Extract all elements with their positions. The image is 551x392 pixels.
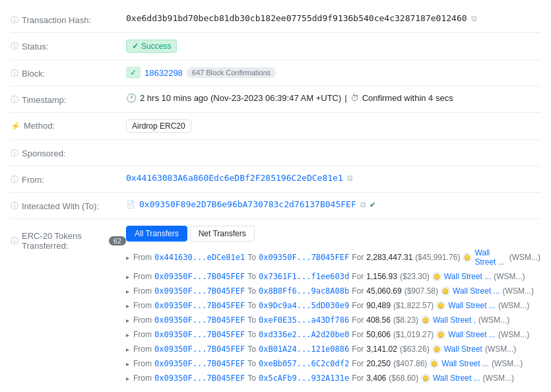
transfer-to-addr[interactable]: 0xd336e2...A2d20be0 bbox=[259, 330, 349, 339]
to-word: To bbox=[247, 253, 256, 262]
transfers-tabs: All Transfers Net Transfers bbox=[126, 226, 540, 242]
transfer-to-addr[interactable]: 0x7361F1...f1ee603d bbox=[259, 272, 349, 281]
block-value: 18632298 647 Block Confirmations bbox=[126, 67, 540, 79]
transfer-to-addr[interactable]: 0x5cAFb9...932A131e bbox=[259, 374, 349, 383]
transfer-from-addr[interactable]: 0x09350F...7B045FEF bbox=[154, 374, 245, 383]
transaction-hash-label: ⓘ Transaction Hash: bbox=[11, 13, 126, 26]
token-symbol: (WSM...) bbox=[492, 359, 523, 368]
block-number-link[interactable]: 18632298 bbox=[145, 68, 183, 78]
status-badge: Success bbox=[126, 40, 177, 53]
status-label: ⓘ Status: bbox=[11, 40, 126, 52]
timestamp-value: 🕐 2 hrs 10 mins ago (Nov-23-2023 06:39:4… bbox=[126, 93, 540, 103]
token-icon: 🪙 bbox=[421, 374, 430, 383]
token-name-link[interactable]: Wall Street ... bbox=[448, 301, 496, 310]
transfer-from-addr[interactable]: 0x09350F...7B045FEF bbox=[154, 315, 245, 325]
from-label: ⓘ From: bbox=[11, 173, 126, 185]
triangle-icon: ▸ bbox=[126, 288, 129, 295]
net-transfers-tab[interactable]: Net Transfers bbox=[190, 226, 255, 242]
block-check-badge bbox=[126, 67, 141, 79]
token-name-link[interactable]: Wall Street ... bbox=[474, 248, 506, 267]
to-word: To bbox=[247, 359, 256, 368]
for-word: For bbox=[352, 359, 364, 368]
token-name-link[interactable]: Wall Street bbox=[444, 344, 482, 354]
transfer-amount: 45,060.69 bbox=[366, 286, 401, 296]
lightning-icon: ⚡ bbox=[11, 121, 20, 131]
transfer-to-addr[interactable]: 0xeF0E35...a43Df786 bbox=[259, 315, 349, 325]
from-info-icon: ⓘ bbox=[11, 174, 18, 185]
token-name-link[interactable]: Wall Street ... bbox=[444, 272, 492, 281]
erc20-label: ⓘ ERC-20 Tokens Transferred: 62 bbox=[11, 226, 126, 251]
token-name-link[interactable]: Wall Street ... bbox=[433, 374, 480, 383]
from-word: From bbox=[133, 374, 152, 383]
copy-hash-icon[interactable]: ⧉ bbox=[471, 14, 477, 23]
sponsored-row: ⓘ Sponsored: bbox=[11, 140, 540, 166]
transfer-amount: 90,489 bbox=[366, 301, 391, 310]
all-transfers-tab[interactable]: All Transfers bbox=[126, 226, 187, 242]
copy-interact-icon[interactable]: ⧉ bbox=[360, 200, 366, 209]
interacted-info-icon: ⓘ bbox=[11, 201, 18, 212]
transfer-item: ▸ From 0x09350F...7B045FEF To 0xeF0E35..… bbox=[126, 314, 540, 326]
from-word: From bbox=[133, 315, 152, 325]
triangle-icon: ▸ bbox=[126, 331, 129, 339]
method-value: Airdrop ERC20 bbox=[126, 119, 540, 133]
erc20-content: All Transfers Net Transfers ▸ From 0x441… bbox=[126, 226, 540, 384]
transfer-usd: ($45,991.76) bbox=[415, 253, 460, 262]
transfer-from-addr[interactable]: 0x09350F...7B045FEF bbox=[154, 330, 245, 339]
token-symbol: (WSM...) bbox=[478, 315, 509, 325]
token-symbol: (WSM...) bbox=[498, 330, 529, 339]
transfer-item: ▸ From 0x09350F...7B045FEF To 0xeBb057..… bbox=[126, 358, 540, 370]
sponsored-label: ⓘ Sponsored: bbox=[11, 147, 126, 159]
token-name-link[interactable]: Wall Street ... bbox=[453, 286, 500, 296]
from-address-link[interactable]: 0x44163083A6a860Edc6eDBf2F285196C2eDCe81… bbox=[126, 173, 343, 183]
token-name-link[interactable]: Wall Street ... bbox=[448, 330, 496, 339]
transfer-from-addr[interactable]: 0x441630...eDCe81e1 bbox=[154, 253, 245, 262]
method-badge: Airdrop ERC20 bbox=[126, 119, 191, 133]
token-icon: 🪙 bbox=[432, 344, 441, 354]
token-icon: 🪙 bbox=[441, 286, 450, 296]
interacted-address-link[interactable]: 0x09350F89e2D7B6e96bA730783c2d76137B045F… bbox=[139, 199, 356, 209]
transfer-from-addr[interactable]: 0x09350F...7B045FEF bbox=[154, 359, 245, 368]
transfer-to-addr[interactable]: 0xB01A24...121e0886 bbox=[259, 344, 349, 354]
transfer-to-addr[interactable]: 0x09350F...7B045FEF bbox=[259, 253, 349, 262]
triangle-icon: ▸ bbox=[126, 360, 129, 368]
copy-from-icon[interactable]: ⧉ bbox=[347, 174, 353, 183]
erc20-count-badge: 62 bbox=[109, 236, 126, 245]
token-symbol: (WSM...) bbox=[483, 374, 514, 383]
interacted-with-label: ⓘ Interacted With (To): bbox=[11, 199, 126, 212]
to-word: To bbox=[247, 344, 256, 354]
transaction-hash-row: ⓘ Transaction Hash: 0xe6dd3b91bd70becb81… bbox=[11, 7, 540, 33]
transfer-item: ▸ From 0x09350F...7B045FEF To 0x8B8Ff6..… bbox=[126, 285, 540, 297]
token-name-link[interactable]: Wall Street , bbox=[433, 315, 476, 325]
transfer-usd: ($68.60) bbox=[389, 374, 418, 383]
transfer-usd: ($63.26) bbox=[400, 344, 430, 354]
interacted-with-value: 📄 0x09350F89e2D7B6e96bA730783c2d76137B04… bbox=[126, 199, 540, 209]
transfer-to-addr[interactable]: 0xeBb057...6C2c0df2 bbox=[259, 359, 349, 368]
token-symbol: (WSM...) bbox=[509, 253, 540, 262]
from-word: From bbox=[133, 286, 152, 296]
transfer-amount: 3,141.02 bbox=[366, 344, 397, 354]
transfer-to-addr[interactable]: 0x8B8Ff6...9ac8A08b bbox=[259, 286, 349, 296]
transfer-item: ▸ From 0x09350F...7B045FEF To 0xd336e2..… bbox=[126, 329, 540, 341]
transfer-amount: 3,406 bbox=[366, 374, 386, 383]
transfer-from-addr[interactable]: 0x09350F...7B045FEF bbox=[154, 272, 245, 281]
transfer-to-addr[interactable]: 0x9Dc9a4...5dD030e9 bbox=[259, 301, 349, 310]
timestamp-info-icon: ⓘ bbox=[11, 94, 18, 106]
token-symbol: (WSM...) bbox=[494, 272, 525, 281]
transfer-from-addr[interactable]: 0x09350F...7B045FEF bbox=[154, 344, 245, 354]
block-row: ⓘ Block: 18632298 647 Block Confirmation… bbox=[11, 60, 540, 86]
token-name-link[interactable]: Wall Street ... bbox=[441, 359, 489, 368]
triangle-icon: ▸ bbox=[126, 375, 129, 382]
transfer-from-addr[interactable]: 0x09350F...7B045FEF bbox=[154, 301, 245, 310]
for-word: For bbox=[352, 330, 364, 339]
for-word: For bbox=[352, 301, 364, 310]
timestamp-label: ⓘ Timestamp: bbox=[11, 93, 126, 106]
for-word: For bbox=[352, 286, 364, 296]
status-row: ⓘ Status: Success bbox=[11, 33, 540, 60]
triangle-icon: ▸ bbox=[126, 317, 129, 324]
transfer-usd: ($23.30) bbox=[400, 272, 430, 281]
transfer-usd: ($8.23) bbox=[393, 315, 418, 325]
transfer-list: ▸ From 0x441630...eDCe81e1 To 0x09350F..… bbox=[126, 247, 540, 384]
transfer-from-addr[interactable]: 0x09350F...7B045FEF bbox=[154, 286, 245, 296]
info-icon: ⓘ bbox=[11, 15, 18, 26]
transfer-amount: 20,250 bbox=[366, 359, 391, 368]
